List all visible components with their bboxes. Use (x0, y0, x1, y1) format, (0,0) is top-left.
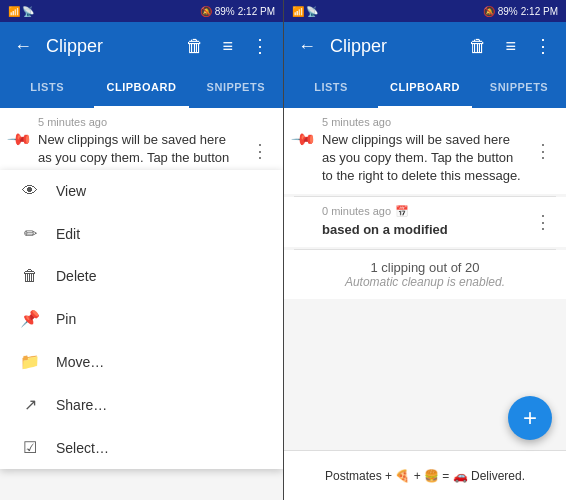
left-menu-pin[interactable]: 📌 Pin (0, 297, 283, 340)
left-pin-icon-1: 📌 (6, 126, 34, 154)
right-more-button[interactable]: ⋮ (530, 31, 556, 61)
left-delete-label: Delete (56, 268, 96, 284)
left-tab-snippets[interactable]: SNIPPETS (189, 70, 283, 108)
left-app-title: Clipper (46, 36, 172, 57)
left-share-icon: ↗ (20, 395, 40, 414)
left-back-button[interactable]: ← (10, 32, 36, 61)
left-menu-delete[interactable]: 🗑 Delete (0, 255, 283, 297)
right-clip-text-1[interactable]: New clippings will be saved here as you … (322, 131, 522, 186)
right-ad-text: Postmates + 🍕 + 🍔 = 🚗 Delivered. (325, 469, 525, 483)
left-context-menu: 👁 View ✏ Edit 🗑 Delete 📌 Pin 📁 Move… ↗ (0, 170, 283, 469)
right-filter-button[interactable]: ≡ (501, 32, 520, 61)
right-status-left: 📶 📡 (292, 6, 318, 17)
left-share-label: Share… (56, 397, 107, 413)
right-tab-lists[interactable]: LISTS (284, 70, 378, 108)
left-move-icon: 📁 (20, 352, 40, 371)
left-delete-button[interactable]: 🗑 (182, 32, 208, 61)
right-clip-text-2[interactable]: based on a modified (322, 221, 522, 239)
left-signal-icon: 📶 (8, 6, 20, 17)
right-pin-icon-1: 📌 (290, 126, 318, 154)
right-clipping-count: 1 clipping out of 20 (298, 260, 552, 275)
left-clip-time-1: 5 minutes ago (38, 116, 239, 128)
left-status-right: 🔕 89% 2:12 PM (200, 6, 275, 17)
right-mute-icon: 🔕 (483, 6, 495, 17)
left-pin-menu-icon: 📌 (20, 309, 40, 328)
right-clipping-sub: Automatic cleanup is enabled. (298, 275, 552, 289)
right-status-bar: 📶 📡 🔕 89% 2:12 PM (284, 0, 566, 22)
right-clip-body-1: 5 minutes ago New clippings will be save… (322, 116, 522, 186)
right-status-right: 🔕 89% 2:12 PM (483, 6, 558, 17)
left-tab-clipboard[interactable]: CLIPBOARD (94, 70, 188, 108)
left-menu-view[interactable]: 👁 View (0, 170, 283, 212)
left-battery-text: 89% (215, 6, 235, 17)
left-clip-more-1[interactable]: ⋮ (247, 136, 273, 166)
right-fab[interactable]: + (508, 396, 552, 440)
left-view-icon: 👁 (20, 182, 40, 200)
left-pin-label: Pin (56, 311, 76, 327)
left-content: 📌 5 minutes ago New clippings will be sa… (0, 108, 283, 500)
right-clip-body-2: 0 minutes ago 📅 based on a modified (322, 205, 522, 239)
right-clipping-info: 1 clipping out of 20 Automatic cleanup i… (284, 250, 566, 299)
right-tabs: LISTS CLIPBOARD SNIPPETS (284, 70, 566, 108)
right-clip-more-2[interactable]: ⋮ (530, 207, 556, 237)
left-time: 2:12 PM (238, 6, 275, 17)
right-clip-item-1: 📌 5 minutes ago New clippings will be sa… (284, 108, 566, 194)
left-edit-label: Edit (56, 226, 80, 242)
right-back-button[interactable]: ← (294, 32, 320, 61)
left-view-label: View (56, 183, 86, 199)
left-menu-share[interactable]: ↗ Share… (0, 383, 283, 426)
right-clip-time-1: 5 minutes ago (322, 116, 522, 128)
left-status-bar: 📶 📡 🔕 89% 2:12 PM (0, 0, 283, 22)
right-content: 📌 5 minutes ago New clippings will be sa… (284, 108, 566, 500)
right-signal-icon: 📶 (292, 6, 304, 17)
left-select-label: Select… (56, 440, 109, 456)
left-delete-icon: 🗑 (20, 267, 40, 285)
left-panel: 📶 📡 🔕 89% 2:12 PM ← Clipper 🗑 ≡ ⋮ LISTS … (0, 0, 283, 500)
left-menu-edit[interactable]: ✏ Edit (0, 212, 283, 255)
right-clip-more-1[interactable]: ⋮ (530, 136, 556, 166)
left-select-icon: ☑ (20, 438, 40, 457)
left-filter-button[interactable]: ≡ (218, 32, 237, 61)
left-wifi-icon: 📡 (22, 6, 34, 17)
left-menu-select[interactable]: ☑ Select… (0, 426, 283, 469)
left-status-left: 📶 📡 (8, 6, 34, 17)
right-app-title: Clipper (330, 36, 455, 57)
right-app-bar: ← Clipper 🗑 ≡ ⋮ (284, 22, 566, 70)
left-tab-lists[interactable]: LISTS (0, 70, 94, 108)
right-tab-snippets[interactable]: SNIPPETS (472, 70, 566, 108)
right-time: 2:12 PM (521, 6, 558, 17)
right-delete-button[interactable]: 🗑 (465, 32, 491, 61)
right-ad-bar: Postmates + 🍕 + 🍔 = 🚗 Delivered. (284, 450, 566, 500)
right-clip-time-2: 0 minutes ago 📅 (322, 205, 522, 218)
left-move-label: Move… (56, 354, 104, 370)
left-edit-icon: ✏ (20, 224, 40, 243)
right-panel: 📶 📡 🔕 89% 2:12 PM ← Clipper 🗑 ≡ ⋮ LISTS … (283, 0, 566, 500)
left-more-button[interactable]: ⋮ (247, 31, 273, 61)
right-tab-clipboard[interactable]: CLIPBOARD (378, 70, 472, 108)
left-tabs: LISTS CLIPBOARD SNIPPETS (0, 70, 283, 108)
right-wifi-icon: 📡 (306, 6, 318, 17)
right-calendar-icon: 📅 (395, 205, 409, 218)
left-mute-icon: 🔕 (200, 6, 212, 17)
right-clip-item-2: 0 minutes ago 📅 based on a modified ⋮ (284, 197, 566, 247)
left-menu-move[interactable]: 📁 Move… (0, 340, 283, 383)
left-app-bar: ← Clipper 🗑 ≡ ⋮ (0, 22, 283, 70)
right-battery-text: 89% (498, 6, 518, 17)
